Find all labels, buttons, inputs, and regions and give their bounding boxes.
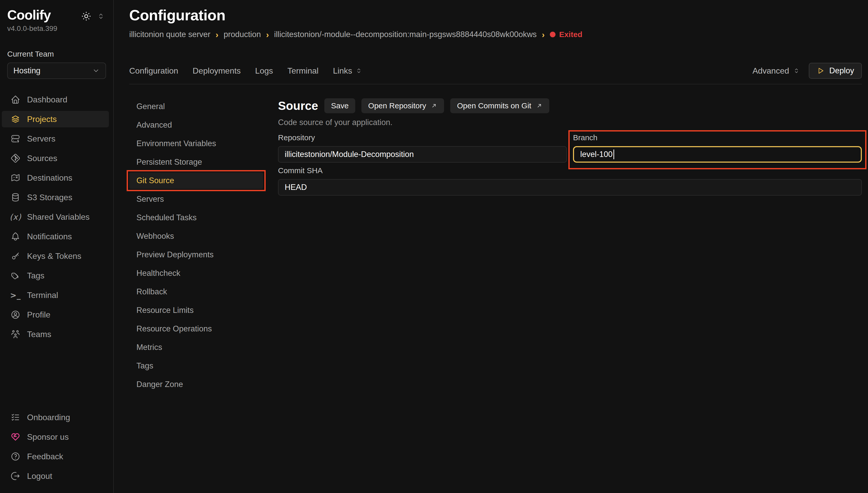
configuration-subnav: General Advanced Environment Variables P… — [129, 98, 263, 493]
sidebar-item-profile[interactable]: Profile — [2, 306, 109, 323]
theme-selector-icon[interactable] — [97, 12, 105, 20]
open-commits-button[interactable]: Open Commits on Git — [450, 98, 549, 113]
repository-label: Repository — [278, 133, 567, 142]
sidebar-item-destinations[interactable]: Destinations — [2, 170, 109, 186]
sidebar-item-label: Onboarding — [27, 413, 70, 422]
sidebar-item-shared-variables[interactable]: (x) Shared Variables — [2, 209, 109, 225]
sidebar-item-label: Feedback — [27, 452, 63, 462]
breadcrumb-project[interactable]: illicitonion quote server — [129, 30, 210, 39]
commit-sha-input[interactable]: HEAD — [278, 179, 862, 196]
theme-sun-icon[interactable] — [81, 11, 92, 22]
subnav-item-tags[interactable]: Tags — [129, 358, 263, 374]
chevron-selector-icon — [355, 67, 362, 74]
server-icon — [10, 134, 20, 144]
status-dot-icon — [550, 31, 555, 37]
map-icon — [10, 173, 20, 183]
sidebar-item-label: S3 Storages — [27, 193, 72, 202]
tab-links[interactable]: Links — [333, 66, 362, 76]
open-repository-button[interactable]: Open Repository — [361, 98, 444, 113]
sidebar-item-teams[interactable]: Teams — [2, 326, 109, 342]
sidebar-item-label: Sources — [27, 154, 57, 163]
users-group-icon — [10, 329, 20, 339]
key-icon — [10, 251, 20, 261]
section-description: Code source of your application. — [278, 118, 862, 127]
git-source-panel: Source Save Open Repository Open Commits… — [263, 98, 862, 493]
sidebar-item-terminal[interactable]: >_ Terminal — [2, 287, 109, 303]
subnav-item-servers[interactable]: Servers — [129, 191, 263, 207]
deploy-button[interactable]: Deploy — [809, 63, 862, 79]
sidebar-header: Coolify v4.0.0-beta.399 Current Team Hos… — [0, 8, 113, 79]
branch-label: Branch — [573, 133, 862, 142]
sidebar-item-projects[interactable]: Projects — [2, 111, 109, 127]
chevron-right-icon — [542, 30, 545, 38]
team-select-value: Hosting — [14, 66, 40, 76]
sidebar-item-feedback[interactable]: Feedback — [2, 448, 109, 465]
layers-icon — [10, 114, 20, 124]
help-circle-icon — [10, 452, 20, 462]
subnav-item-resource-operations[interactable]: Resource Operations — [129, 321, 263, 337]
sidebar-item-label: Servers — [27, 134, 55, 144]
subnav-item-environment-variables[interactable]: Environment Variables — [129, 135, 263, 152]
sidebar-item-logout[interactable]: Logout — [2, 468, 109, 484]
commit-sha-field: Commit SHA HEAD — [278, 166, 862, 196]
subnav-item-advanced[interactable]: Advanced — [129, 117, 263, 133]
tags-icon — [10, 271, 20, 280]
external-link-icon — [536, 102, 543, 109]
sidebar-item-keys-tokens[interactable]: Keys & Tokens — [2, 248, 109, 264]
sidebar-item-dashboard[interactable]: Dashboard — [2, 91, 109, 108]
heart-icon — [10, 432, 20, 442]
text-caret — [613, 150, 614, 159]
subnav-item-persistent-storage[interactable]: Persistent Storage — [129, 154, 263, 170]
app-window: Coolify v4.0.0-beta.399 Current Team Hos… — [0, 0, 868, 493]
bell-icon — [10, 232, 20, 241]
page-title: Configuration — [129, 7, 862, 24]
sidebar-item-onboarding[interactable]: Onboarding — [2, 409, 109, 426]
tab-bar: Configuration Deployments Logs Terminal … — [129, 63, 862, 79]
tab-configuration[interactable]: Configuration — [129, 66, 178, 76]
breadcrumb-application[interactable]: illicitestonion/-module--decomposition:m… — [274, 30, 537, 39]
subnav-item-preview-deployments[interactable]: Preview Deployments — [129, 246, 263, 263]
subnav-item-scheduled-tasks[interactable]: Scheduled Tasks — [129, 210, 263, 226]
subnav-item-resource-limits[interactable]: Resource Limits — [129, 302, 263, 319]
subnav-item-danger-zone[interactable]: Danger Zone — [129, 376, 263, 393]
play-icon — [817, 67, 825, 75]
variable-icon: (x) — [10, 212, 20, 222]
chevron-selector-icon — [793, 67, 800, 74]
chevron-right-icon — [266, 30, 269, 38]
subnav-item-metrics[interactable]: Metrics — [129, 339, 263, 356]
repository-input[interactable]: illicitestonion/Module-Decomposition — [278, 146, 567, 163]
database-icon — [10, 192, 20, 202]
home-icon — [10, 95, 20, 105]
tab-terminal[interactable]: Terminal — [287, 66, 318, 76]
sidebar-item-label: Logout — [27, 471, 52, 481]
tab-logs[interactable]: Logs — [255, 66, 273, 76]
sidebar-item-label: Notifications — [27, 232, 72, 241]
main-content: Configuration illicitonion quote server … — [114, 0, 868, 493]
sidebar-item-label: Profile — [27, 310, 50, 320]
subnav-item-general[interactable]: General — [129, 98, 263, 115]
breadcrumb-environment[interactable]: production — [224, 30, 261, 39]
logout-icon — [10, 471, 20, 481]
current-team-label: Current Team — [7, 50, 106, 59]
advanced-menu[interactable]: Advanced — [753, 66, 800, 76]
sidebar-item-s3-storages[interactable]: S3 Storages — [2, 189, 109, 206]
subnav-item-webhooks[interactable]: Webhooks — [129, 228, 263, 244]
subnav-item-healthcheck[interactable]: Healthcheck — [129, 265, 263, 281]
sidebar-item-tags[interactable]: Tags — [2, 267, 109, 284]
git-icon — [10, 153, 20, 163]
tabbar-divider — [129, 84, 862, 84]
user-circle-icon — [10, 310, 20, 320]
sidebar-item-notifications[interactable]: Notifications — [2, 228, 109, 245]
sidebar-item-label: Shared Variables — [27, 212, 90, 222]
sidebar: Coolify v4.0.0-beta.399 Current Team Hos… — [0, 0, 114, 493]
sidebar-item-sponsor[interactable]: Sponsor us — [2, 429, 109, 445]
subnav-item-git-source[interactable]: Git Source — [129, 172, 263, 189]
tab-deployments[interactable]: Deployments — [193, 66, 241, 76]
sidebar-item-sources[interactable]: Sources — [2, 150, 109, 167]
branch-input[interactable]: level-100 — [573, 146, 862, 163]
save-button[interactable]: Save — [324, 98, 355, 113]
team-select[interactable]: Hosting — [7, 63, 106, 79]
checklist-icon — [10, 412, 20, 422]
sidebar-item-servers[interactable]: Servers — [2, 130, 109, 147]
subnav-item-rollback[interactable]: Rollback — [129, 283, 263, 300]
